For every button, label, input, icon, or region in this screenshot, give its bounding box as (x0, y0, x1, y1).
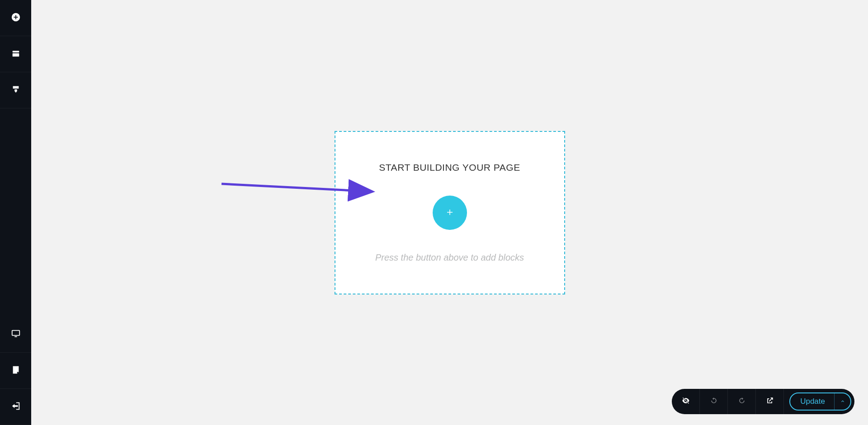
external-link-icon (765, 396, 774, 407)
left-sidebar (0, 0, 31, 425)
sidebar-styling[interactable] (0, 72, 31, 108)
start-card-title: START BUILDING YOUR PAGE (379, 162, 520, 173)
toolbar-hidden-toggle[interactable] (672, 389, 700, 414)
plus-icon (446, 208, 454, 218)
brush-icon (11, 84, 21, 96)
update-button[interactable]: Update (790, 393, 834, 410)
sidebar-add-element[interactable] (0, 0, 31, 36)
start-card-hint: Press the button above to add blocks (375, 252, 524, 263)
bottom-toolbar: Update (672, 389, 854, 414)
svg-rect-5 (12, 330, 19, 335)
sidebar-desktop-preview[interactable] (0, 317, 31, 353)
svg-rect-3 (12, 51, 19, 52)
note-icon (11, 365, 21, 377)
update-dropdown[interactable] (834, 393, 850, 410)
toolbar-redo[interactable] (728, 389, 756, 414)
toolbar-preview[interactable] (756, 389, 784, 414)
toolbar-undo[interactable] (700, 389, 728, 414)
editor-canvas: START BUILDING YOUR PAGE Press the butto… (31, 0, 868, 425)
svg-rect-4 (12, 53, 19, 56)
sidebar-back[interactable] (0, 389, 31, 425)
sidebar-top-group (0, 0, 31, 108)
redo-icon (737, 396, 746, 407)
svg-rect-8 (447, 212, 453, 213)
start-building-card: START BUILDING YOUR PAGE Press the butto… (335, 131, 565, 294)
sidebar-bottom-group (0, 317, 31, 425)
plus-circle-icon (11, 12, 21, 24)
chevron-up-icon (840, 397, 845, 406)
update-button-group: Update (789, 392, 851, 411)
layers-icon (11, 48, 21, 60)
undo-icon (709, 396, 718, 407)
svg-rect-6 (14, 336, 17, 337)
sidebar-reorder-blocks[interactable] (0, 36, 31, 72)
exit-icon (11, 401, 21, 413)
monitor-icon (11, 329, 21, 341)
eye-slash-icon (681, 396, 690, 407)
sidebar-page-settings[interactable] (0, 353, 31, 389)
svg-rect-2 (14, 17, 18, 18)
add-block-button[interactable] (433, 196, 467, 230)
